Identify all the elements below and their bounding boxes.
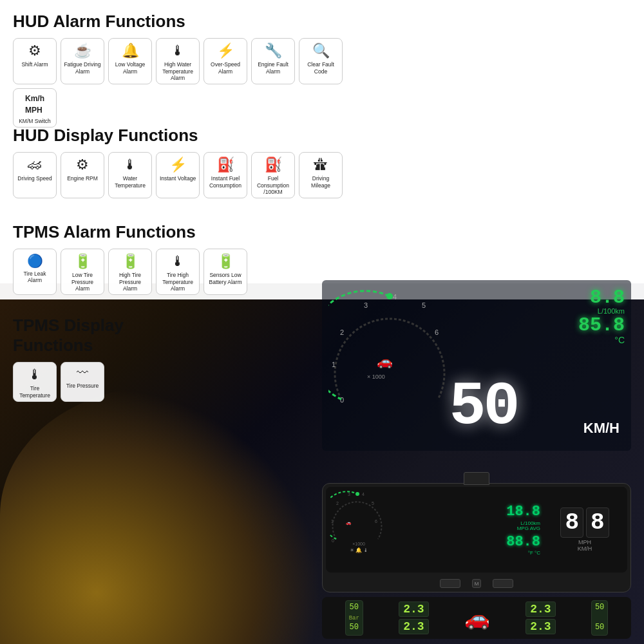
sensor-battery-label: Sensors Low Battery Alarm xyxy=(207,272,244,285)
tire-high-temp-label: Tire High Temperature Alarm xyxy=(159,272,196,292)
tpms-display-grid: 🌡 Tire Temperature 〰 Tire Pressure xyxy=(13,362,206,402)
speed-display-proj: 50 xyxy=(450,377,518,438)
svg-text:2: 2 xyxy=(336,501,339,506)
temp-display-proj: 85.8 °C xyxy=(578,316,625,345)
temp-value-proj: 85.8 xyxy=(578,316,625,335)
hud-device: 0 1 2 3 4 5 6 🚗 ×1000 ☀ 🔔 🌡 xyxy=(322,483,631,592)
device-icon-row: ☀ 🔔 🌡 xyxy=(330,547,388,553)
low-tire-pressure-item[interactable]: 🔋 Low Tire Pressure Alarm xyxy=(61,249,104,295)
tpms-fr-digit: 2.3 xyxy=(526,601,555,617)
sensor-battery-item[interactable]: 🔋 Sensors Low Battery Alarm xyxy=(204,249,247,295)
high-tire-pressure-label: High Tire Pressure Alarm xyxy=(111,272,149,292)
tpms-display-title: TPMS Display Functions xyxy=(13,316,206,355)
tpms-fl-value: 50Bar50 xyxy=(349,603,359,633)
svg-text:4: 4 xyxy=(393,293,397,301)
tpms-rr-digit: 2.3 xyxy=(526,619,555,634)
km-switch-item[interactable]: Km/hMPH KM/M Switch xyxy=(13,88,57,128)
driving-mileage-item[interactable]: 🛣 Driving Mileage xyxy=(299,152,343,198)
clear-fault-item[interactable]: 🔍 Clear Fault Code xyxy=(299,38,343,84)
low-voltage-item[interactable]: 🔔 Low Voltage Alarm xyxy=(108,38,152,84)
svg-text:🚗: 🚗 xyxy=(346,520,352,526)
hud-display-grid: 🏎 Driving Speed ⚙ Engine RPM 🌡 Water Tem… xyxy=(13,152,361,198)
device-btn-2[interactable] xyxy=(493,579,513,588)
engine-fault-item[interactable]: 🔧 Engine Fault Alarm xyxy=(251,38,295,84)
low-tire-pressure-label: Low Tire Pressure Alarm xyxy=(64,272,101,292)
water-temp-label: Water Temperature xyxy=(111,175,149,188)
svg-text:1: 1 xyxy=(331,519,334,524)
high-tire-pressure-item[interactable]: 🔋 High Tire Pressure Alarm xyxy=(108,249,152,295)
sensor-battery-icon: 🔋 xyxy=(217,253,234,270)
tire-high-temp-icon: 🌡 xyxy=(171,253,185,270)
svg-point-7 xyxy=(386,293,393,299)
svg-text:5: 5 xyxy=(422,301,426,309)
driving-speed-item[interactable]: 🏎 Driving Speed xyxy=(13,152,57,198)
device-btn-1[interactable] xyxy=(440,579,460,588)
tire-leak-label: Tire Leak Alarm xyxy=(16,270,53,283)
device-temp-label: °F °C xyxy=(506,551,540,556)
svg-text:2: 2 xyxy=(340,328,344,336)
speed-value-proj: 50 xyxy=(450,372,518,442)
tire-pressure-label: Tire Pressure xyxy=(66,383,99,389)
device-fuel-value: 18.8 xyxy=(506,504,540,520)
tire-temperature-icon: 🌡 xyxy=(28,366,42,383)
tpms-fl-cell: 50Bar50 xyxy=(345,600,363,636)
tire-high-temp-item[interactable]: 🌡 Tire High Temperature Alarm xyxy=(156,249,200,295)
engine-rpm-icon: ⚙ xyxy=(76,156,89,173)
instant-fuel-item[interactable]: ⛽ Instant Fuel Consumption xyxy=(204,152,247,198)
svg-text:1: 1 xyxy=(332,361,336,368)
device-btn-m[interactable]: M xyxy=(472,579,481,588)
water-temp-item[interactable]: 🌡 Water Temperature xyxy=(108,152,152,198)
tire-leak-icon: 🔵 xyxy=(27,253,43,269)
svg-text:4: 4 xyxy=(362,492,365,497)
tire-pressure-item[interactable]: 〰 Tire Pressure xyxy=(61,362,104,402)
over-speed-icon: ⚡ xyxy=(217,43,234,59)
instant-fuel-label: Instant Fuel Consumption xyxy=(207,175,244,188)
device-fuel-area: 18.8 L/100km MPG AVG xyxy=(506,504,540,531)
driving-speed-icon: 🏎 xyxy=(28,156,42,173)
fatigue-label: Fatigue Driving Alarm xyxy=(64,61,101,74)
rpm-arc-svg: 0 1 2 3 4 5 6 🚗 × 1000 xyxy=(328,290,451,412)
tpms-car-icon: 🚗 xyxy=(464,606,490,630)
fuel-consumption-100-item[interactable]: ⛽ Fuel Consumption /100KM xyxy=(251,152,295,198)
shift-alarm-item[interactable]: ⚙ Shift Alarm xyxy=(13,38,57,84)
device-rpm-arc: 0 1 2 3 4 5 6 🚗 xyxy=(330,491,384,545)
device-mount xyxy=(464,472,489,485)
km-switch-icon: Km/hMPH xyxy=(25,93,44,116)
low-voltage-icon: 🔔 xyxy=(122,43,139,59)
device-speed-unit: MPH KM/H xyxy=(578,539,592,552)
tire-pressure-icon: 〰 xyxy=(77,366,88,381)
engine-rpm-label: Engine RPM xyxy=(67,175,98,182)
water-temp-icon: 🌡 xyxy=(123,156,137,173)
device-fuel-label: L/100km MPG AVG xyxy=(506,521,540,531)
fatigue-driving-item[interactable]: ☕ Fatigue Driving Alarm xyxy=(61,38,104,84)
high-water-temp-item[interactable]: 🌡 High Water Temperature Alarm xyxy=(156,38,200,84)
tpms-rr-cell: 5050 xyxy=(591,600,608,636)
device-temp-area: 88.8 °F °C xyxy=(506,534,540,556)
clear-fault-label: Clear Fault Code xyxy=(302,61,339,74)
over-speed-item[interactable]: ⚡ Over-Speed Alarm xyxy=(204,38,247,84)
tpms-bottom-bar: 50Bar50 2.3 2.3 🚗 2.3 2.3 5050 xyxy=(322,597,631,639)
clear-fault-icon: 🔍 xyxy=(312,43,330,59)
high-water-temp-icon: 🌡 xyxy=(171,43,185,59)
tpms-rr-value: 5050 xyxy=(595,603,604,633)
device-temp-value: 88.8 xyxy=(506,534,540,551)
device-speed-digit2: 8 xyxy=(586,507,609,538)
device-speed-blocks: 8 8 xyxy=(560,507,609,538)
high-tire-pressure-icon: 🔋 xyxy=(122,253,139,270)
tpms-alarm-section: TPMS Alarm Functions 🔵 Tire Leak Alarm 🔋… xyxy=(13,222,361,300)
hud-alarm-title: HUD Alarm Functions xyxy=(13,12,361,32)
tire-temperature-item[interactable]: 🌡 Tire Temperature xyxy=(13,362,57,402)
device-speed-digit1: 8 xyxy=(560,507,583,538)
tpms-alarm-grid: 🔵 Tire Leak Alarm 🔋 Low Tire Pressure Al… xyxy=(13,249,361,295)
hud-alarm-grid: ⚙ Shift Alarm ☕ Fatigue Driving Alarm 🔔 … xyxy=(13,38,361,128)
fuel-100-icon: ⛽ xyxy=(265,156,282,173)
tire-leak-item[interactable]: 🔵 Tire Leak Alarm xyxy=(13,249,57,295)
tpms-display-section: TPMS Display Functions 🌡 Tire Temperatur… xyxy=(13,316,206,407)
device-arc-area: 0 1 2 3 4 5 6 🚗 ×1000 ☀ 🔔 🌡 xyxy=(330,491,388,569)
low-tire-pressure-icon: 🔋 xyxy=(74,253,91,270)
svg-text:6: 6 xyxy=(435,328,439,336)
engine-rpm-item[interactable]: ⚙ Engine RPM xyxy=(61,152,104,198)
instant-voltage-item[interactable]: ⚡ Instant Voltage xyxy=(156,152,200,198)
fatigue-icon: ☕ xyxy=(74,43,91,59)
driving-speed-label: Driving Speed xyxy=(17,175,52,182)
